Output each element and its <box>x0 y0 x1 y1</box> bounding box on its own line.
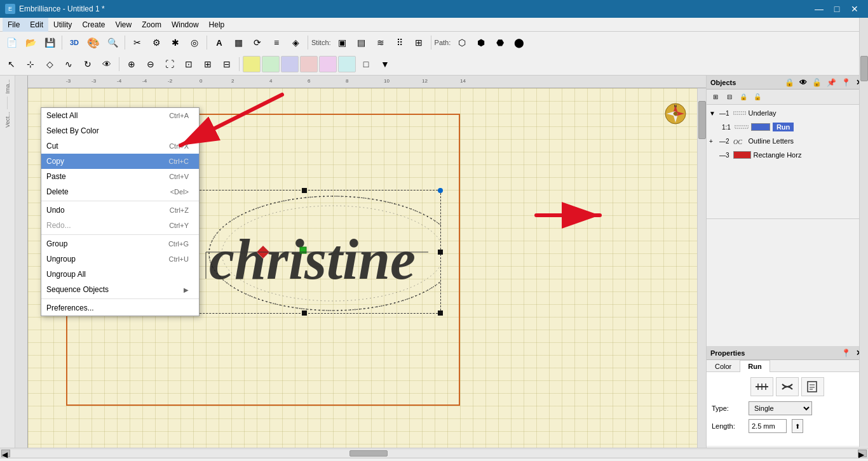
tb-stitch1[interactable]: ▣ <box>334 34 351 51</box>
tb-stitch2[interactable]: ▤ <box>353 34 370 51</box>
tb2-zoom3[interactable]: ⛶ <box>161 56 179 72</box>
tb2-color3[interactable] <box>281 56 299 72</box>
cm-cut[interactable]: Cut Ctrl+X <box>41 138 199 154</box>
prop-pin[interactable]: 📍 <box>839 348 853 358</box>
prop-type-select[interactable]: Single Double Triple <box>749 401 812 415</box>
tb2-color1[interactable] <box>243 56 261 72</box>
obj-item-3[interactable]: —3 Rectangle Horz <box>707 148 868 162</box>
cm-copy[interactable]: Copy Ctrl+C <box>41 154 199 169</box>
tb2-curve[interactable]: ∿ <box>60 56 78 72</box>
hscroll-right[interactable]: ▶ <box>858 450 867 457</box>
objects-icon-2[interactable]: 👁 <box>797 77 809 88</box>
tb-tool3[interactable]: ✱ <box>166 34 184 51</box>
tb2-zoom4[interactable]: ⊡ <box>180 56 198 72</box>
cm-select-all[interactable]: Select All Ctrl+A <box>41 108 199 123</box>
tb-tool4[interactable]: ◎ <box>186 34 203 51</box>
prop-icon-bow[interactable] <box>776 377 799 396</box>
tb-path2[interactable]: ⬢ <box>472 34 490 51</box>
prop-tab-color[interactable]: Color <box>707 360 740 372</box>
hscroll-track[interactable] <box>10 450 858 457</box>
cm-sequence[interactable]: Sequence Objects ▶ <box>41 282 199 297</box>
tb-color[interactable]: 🎨 <box>85 34 102 51</box>
obj-expand-1[interactable]: ▼ <box>709 110 717 117</box>
tb-stitch3[interactable]: ≋ <box>372 34 390 51</box>
objects-icon-lock[interactable]: 🔓 <box>810 77 824 88</box>
cm-undo[interactable]: Undo Ctrl+Z <box>41 203 199 218</box>
tb2-zoom1[interactable]: ⊕ <box>123 56 140 72</box>
obj-tb-btn2[interactable]: ⊟ <box>723 91 736 104</box>
tb-tool6[interactable]: ⟳ <box>248 34 266 51</box>
tb2-zoom5[interactable]: ⊞ <box>199 56 217 72</box>
obj-item-2[interactable]: + —2 OC Outline Letters <box>707 134 868 148</box>
menu-utility[interactable]: Utility <box>48 18 77 32</box>
obj-expand-2[interactable]: + <box>709 138 717 145</box>
menu-edit[interactable]: Edit <box>25 18 48 32</box>
prop-icon-stitch[interactable] <box>750 377 773 396</box>
cm-ungroup[interactable]: Ungroup Ctrl+U <box>41 251 199 267</box>
obj-item-1[interactable]: ▼ —1 Underlay <box>707 106 868 120</box>
prop-length-input[interactable] <box>749 419 787 433</box>
maximize-button[interactable]: □ <box>829 3 845 15</box>
tb-path1[interactable]: ⬡ <box>453 34 471 51</box>
tb-tool2[interactable]: ⚙ <box>147 34 165 51</box>
tb-tool1[interactable]: ✂ <box>128 34 146 51</box>
tb2-node[interactable]: ◇ <box>41 56 58 72</box>
tb-tool8[interactable]: ◈ <box>287 34 304 51</box>
vscroll-canvas[interactable] <box>697 88 706 448</box>
tb-text[interactable]: A <box>210 34 228 51</box>
menu-help[interactable]: Help <box>204 18 230 32</box>
menu-window[interactable]: Window <box>166 18 204 32</box>
vscroll-right[interactable] <box>859 18 868 447</box>
cm-ungroup-all[interactable]: Ungroup All <box>41 267 199 282</box>
cm-group[interactable]: Group Ctrl+G <box>41 236 199 251</box>
obj-tb-btn3[interactable]: 🔒 <box>737 91 750 104</box>
cm-paste[interactable]: Paste Ctrl+V <box>41 169 199 184</box>
tb-path4[interactable]: ⬤ <box>510 34 528 51</box>
tb2-zoom6[interactable]: ⊟ <box>218 56 236 72</box>
tb2-select[interactable]: ↖ <box>3 56 20 72</box>
tb2-color6[interactable] <box>338 56 356 72</box>
prop-icon-doc[interactable] <box>801 377 824 396</box>
tb-save[interactable]: 💾 <box>41 34 58 51</box>
tb2-select2[interactable]: ⊹ <box>22 56 39 72</box>
tb2-zoom2[interactable]: ⊖ <box>142 56 159 72</box>
prop-tab-run[interactable]: Run <box>740 360 770 372</box>
obj-tb-btn4[interactable]: 🔓 <box>751 91 764 104</box>
hscroll-thumb[interactable] <box>349 450 388 457</box>
tb2-rectd[interactable]: ▼ <box>376 56 394 72</box>
objects-icon-1[interactable]: 🔒 <box>783 77 796 88</box>
menu-file[interactable]: File <box>3 18 25 32</box>
objects-icon-3[interactable]: 📌 <box>825 77 838 88</box>
tb-new[interactable]: 📄 <box>3 34 20 51</box>
cm-preferences[interactable]: Preferences... <box>41 300 199 316</box>
tb-tool5[interactable]: ▦ <box>229 34 247 51</box>
vscroll-right-thumb[interactable] <box>860 56 868 81</box>
close-button[interactable]: ✕ <box>846 3 863 15</box>
hscroll[interactable]: ◀ ▶ <box>0 448 868 458</box>
menu-create[interactable]: Create <box>77 18 110 32</box>
tb2-color4[interactable] <box>300 56 318 72</box>
tb2-eye[interactable]: 👁 <box>98 56 116 72</box>
tb-search[interactable]: 🔍 <box>104 34 121 51</box>
menu-zoom[interactable]: Zoom <box>137 18 166 32</box>
obj-tb-btn1[interactable]: ⊞ <box>709 91 722 104</box>
prop-length-spinner[interactable]: ⬆ <box>792 419 803 433</box>
cm-select-by-color[interactable]: Select By Color <box>41 123 199 138</box>
tb2-color2[interactable] <box>262 56 280 72</box>
tb-tool7[interactable]: ≡ <box>268 34 285 51</box>
tb-3d[interactable]: 3D <box>65 34 83 51</box>
tb2-rotate[interactable]: ↻ <box>79 56 97 72</box>
canvas-area[interactable]: -3 -3 -4 -4 -2 0 2 4 6 8 10 12 14 <box>15 76 706 448</box>
tb-open[interactable]: 📂 <box>22 34 39 51</box>
vscroll-thumb-canvas[interactable] <box>698 101 706 139</box>
cm-delete[interactable]: Delete <Del> <box>41 184 199 199</box>
tb-path3[interactable]: ⬣ <box>491 34 509 51</box>
objects-pin[interactable]: 📍 <box>839 77 853 88</box>
tb-stitch5[interactable]: ⊞ <box>410 34 428 51</box>
menu-view[interactable]: View <box>110 18 137 32</box>
tb2-color5[interactable] <box>319 56 337 72</box>
obj-subitem-1-1[interactable]: 1:1 Run <box>707 120 868 134</box>
tb-stitch4[interactable]: ⠿ <box>391 34 409 51</box>
minimize-button[interactable]: — <box>811 3 827 15</box>
hscroll-left[interactable]: ◀ <box>1 450 10 457</box>
